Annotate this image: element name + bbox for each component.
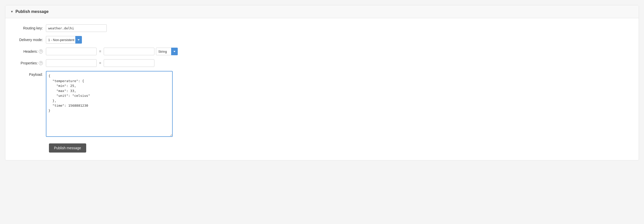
payload-textarea[interactable]: { "temperature": { "min": 25, "max": 33,… [46, 71, 173, 137]
headers-label-group: Headers: ? [10, 49, 46, 53]
payload-row: Payload: { "temperature": { "min": 25, "… [10, 71, 634, 137]
delivery-mode-row: Delivery mode: 1 - Non-persistent 2 - Pe… [10, 36, 634, 44]
delivery-mode-select-wrapper: 1 - Non-persistent 2 - Persistent [46, 36, 82, 44]
headers-label: Headers: [23, 49, 38, 53]
delivery-mode-label: Delivery mode: [10, 38, 46, 42]
routing-key-input[interactable] [46, 24, 107, 32]
properties-label-group: Properties: ? [10, 61, 46, 65]
payload-label: Payload: [10, 71, 46, 77]
chevron-down-icon: ▼ [10, 10, 13, 13]
properties-help-icon[interactable]: ? [39, 61, 43, 65]
properties-label: Properties: [21, 61, 38, 65]
panel-body: Routing key: Delivery mode: 1 - Non-pers… [5, 18, 639, 160]
properties-key-input[interactable] [46, 59, 97, 67]
headers-type-select-wrapper: String Integer Boolean [156, 48, 178, 55]
publish-message-button[interactable]: Publish message [49, 143, 86, 153]
properties-equals: = [98, 61, 102, 65]
panel-title: Publish message [15, 9, 49, 14]
panel-header[interactable]: ▼ Publish message [5, 5, 639, 18]
headers-help-icon[interactable]: ? [39, 49, 43, 53]
routing-key-row: Routing key: [10, 24, 634, 32]
headers-inputs: = String Integer Boolean [46, 48, 178, 55]
headers-type-select[interactable]: String Integer Boolean [156, 48, 178, 55]
properties-row: Properties: ? = [10, 59, 634, 67]
delivery-mode-select[interactable]: 1 - Non-persistent 2 - Persistent [46, 36, 82, 44]
headers-key-input[interactable] [46, 48, 97, 55]
publish-message-panel: ▼ Publish message Routing key: Delivery … [5, 5, 639, 160]
properties-inputs: = [46, 59, 154, 67]
headers-equals: = [98, 49, 102, 53]
headers-row: Headers: ? = String Integer Boolean [10, 48, 634, 55]
publish-button-row: Publish message [10, 141, 634, 153]
routing-key-label: Routing key: [10, 26, 46, 30]
properties-value-input[interactable] [104, 59, 154, 67]
headers-value-input[interactable] [104, 48, 154, 55]
